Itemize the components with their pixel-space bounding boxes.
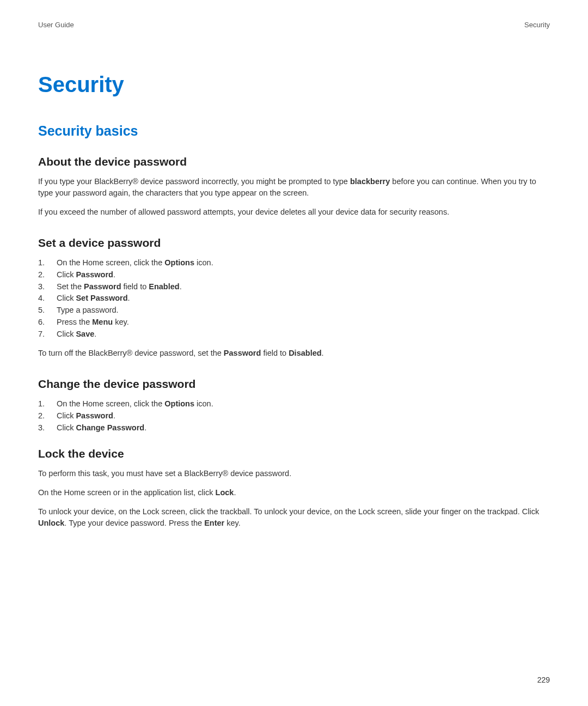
lock-paragraph-3: To unlock your device, on the Lock scree…	[38, 506, 550, 529]
list-item: Set the Password field to Enabled.	[38, 281, 550, 293]
set-note: To turn off the BlackBerry® device passw…	[38, 348, 550, 359]
page-number: 229	[537, 675, 550, 684]
page-container: User Guide Security Security Security ba…	[0, 0, 588, 569]
about-heading: About the device password	[38, 155, 550, 168]
header-left: User Guide	[38, 21, 74, 29]
about-section: About the device password If you type yo…	[38, 155, 550, 218]
list-item: On the Home screen, click the Options ic…	[38, 257, 550, 269]
section-title: Security basics	[38, 123, 550, 139]
header-row: User Guide Security	[38, 21, 550, 29]
list-item: Click Password.	[38, 410, 550, 422]
list-item: Click Change Password.	[38, 422, 550, 434]
about-paragraph-1: If you type your BlackBerry® device pass…	[38, 176, 550, 199]
lock-paragraph-2: On the Home screen or in the application…	[38, 487, 550, 498]
list-item: Press the Menu key.	[38, 317, 550, 328]
change-list: On the Home screen, click the Options ic…	[38, 398, 550, 434]
list-item: Click Save.	[38, 328, 550, 340]
list-item: Click Set Password.	[38, 293, 550, 305]
list-item: Click Password.	[38, 269, 550, 281]
change-section: Change the device password On the Home s…	[38, 378, 550, 434]
set-list: On the Home screen, click the Options ic…	[38, 257, 550, 340]
change-heading: Change the device password	[38, 378, 550, 391]
set-section: Set a device password On the Home screen…	[38, 236, 550, 359]
set-heading: Set a device password	[38, 236, 550, 249]
about-paragraph-2: If you exceed the number of allowed pass…	[38, 206, 550, 218]
list-item: On the Home screen, click the Options ic…	[38, 398, 550, 410]
page-title: Security	[38, 72, 550, 97]
lock-section: Lock the device To perform this task, yo…	[38, 447, 550, 529]
list-item: Type a password.	[38, 305, 550, 317]
lock-paragraph-1: To perform this task, you must have set …	[38, 468, 550, 479]
header-right: Security	[524, 21, 550, 29]
lock-heading: Lock the device	[38, 447, 550, 460]
